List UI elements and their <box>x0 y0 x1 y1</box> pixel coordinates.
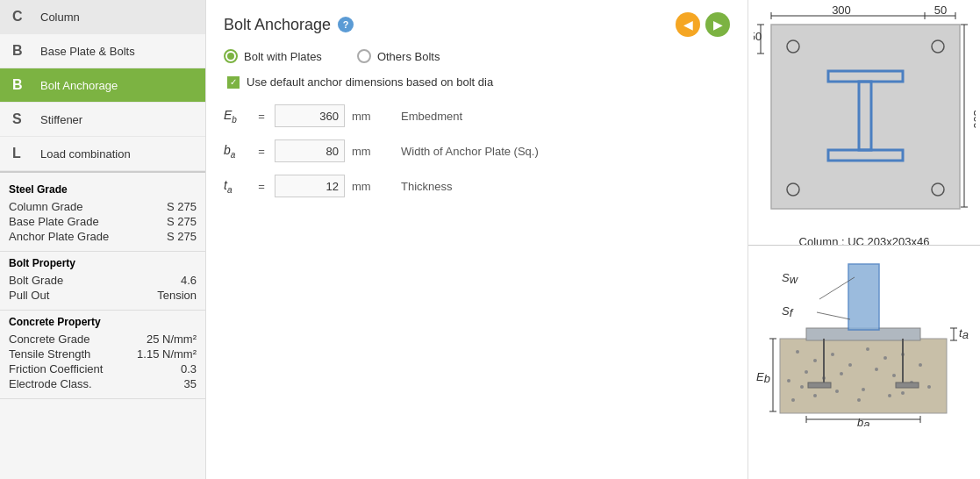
svg-point-37 <box>835 390 839 393</box>
radio-others-bolts[interactable]: Others Bolts <box>357 49 440 63</box>
svg-point-44 <box>919 363 922 367</box>
sidebar-label-baseplate: Base Plate & Bolts <box>40 45 135 58</box>
unit-ba: mm <box>352 145 396 158</box>
desc-ba: Width of Anchor Plate (Sq.) <box>401 145 539 158</box>
prop-val-anchorplate-grade: S 275 <box>167 230 197 243</box>
svg-point-29 <box>883 356 887 360</box>
radio-bolt-with-plates[interactable]: Bolt with Plates <box>224 49 322 63</box>
sidebar-item-boltanchorage[interactable]: B Bolt Anchorage <box>0 68 205 103</box>
page-header: Bolt Anchorage ? ◀ ▶ <box>224 12 730 37</box>
svg-point-33 <box>840 372 843 375</box>
field-ba: ba = mm Width of Anchor Plate (Sq.) <box>224 139 730 162</box>
field-ta: ta = mm Thickness <box>224 175 730 197</box>
radio-circle-others <box>357 49 371 63</box>
svg-text:ba: ba <box>857 416 869 426</box>
prop-val-friction: 0.3 <box>181 362 197 375</box>
sidebar-label-stiffener: Stiffener <box>40 113 82 126</box>
desc-eb: Embedment <box>401 110 462 123</box>
prop-label-baseplate-grade: Base Plate Grade <box>9 215 99 228</box>
prop-val-electrode: 35 <box>184 377 197 390</box>
svg-point-46 <box>791 398 795 402</box>
next-button[interactable]: ▶ <box>705 12 730 37</box>
svg-text:Sf: Sf <box>782 304 794 319</box>
prop-row-anchorplate-grade: Anchor Plate Grade S 275 <box>9 229 197 244</box>
svg-text:300: 300 <box>832 5 851 17</box>
prop-label-electrode: Electrode Class. <box>9 377 92 390</box>
svg-text:ta: ta <box>959 326 969 341</box>
steel-grade-section: Steel Grade Column Grade S 275 Base Plat… <box>0 178 205 252</box>
svg-point-28 <box>866 347 869 351</box>
svg-rect-49 <box>848 264 879 330</box>
sidebar-letter-s: S <box>12 111 32 127</box>
default-anchor-checkbox[interactable]: ✓ <box>227 76 240 89</box>
field-eb: Eb = mm Embedment <box>224 104 730 127</box>
desc-ta: Thickness <box>401 180 453 193</box>
bolt-property-title: Bolt Property <box>9 257 197 269</box>
svg-point-31 <box>805 370 808 374</box>
concrete-property-title: Concrete Property <box>9 316 197 328</box>
sidebar-item-stiffener[interactable]: S Stiffener <box>0 103 205 137</box>
sidebar: C Column B Base Plate & Bolts B Bolt Anc… <box>0 0 206 479</box>
bolt-property-section: Bolt Property Bolt Grade 4.6 Pull Out Te… <box>0 252 205 311</box>
svg-text:Sw: Sw <box>782 271 799 286</box>
svg-line-58 <box>817 312 850 319</box>
checkbox-row: ✓ Use default anchor dimensions based on… <box>227 75 730 89</box>
prop-val-bolt-grade: 4.6 <box>181 274 197 287</box>
svg-point-45 <box>927 385 931 389</box>
checkbox-label: Use default anchor dimensions based on b… <box>247 75 493 89</box>
svg-rect-55 <box>896 382 919 388</box>
svg-point-39 <box>888 394 891 397</box>
unit-eb: mm <box>352 110 396 123</box>
input-ta[interactable] <box>275 175 345 197</box>
main-content: Bolt Anchorage ? ◀ ▶ Bolt with Plates Ot… <box>206 0 748 479</box>
prop-row-baseplate-grade: Base Plate Grade S 275 <box>9 214 197 229</box>
radio-circle-bolt-plates <box>224 49 238 63</box>
input-ba[interactable] <box>275 139 345 162</box>
equals-eb: = <box>248 110 275 123</box>
svg-rect-15 <box>771 25 960 209</box>
prop-val-tensile-strength: 1.15 N/mm² <box>137 347 197 361</box>
svg-rect-23 <box>780 339 947 413</box>
prop-val-baseplate-grade: S 275 <box>167 215 197 228</box>
steel-grade-title: Steel Grade <box>9 183 197 196</box>
diagram-bottom: Sw Sf Eb ta ba <box>748 246 980 479</box>
prop-val-pullout: Tension <box>157 289 197 302</box>
sidebar-item-column[interactable]: C Column <box>0 0 205 34</box>
prop-label-friction: Friction Coefficient <box>9 362 103 375</box>
svg-point-35 <box>892 374 896 377</box>
prop-row-electrode: Electrode Class. 35 <box>9 376 197 391</box>
input-eb[interactable] <box>275 104 345 127</box>
prop-label-concrete-grade: Concrete Grade <box>9 332 90 346</box>
param-label-ba: ba <box>224 143 248 160</box>
prop-label-bolt-grade: Bolt Grade <box>9 274 63 287</box>
prop-row-bolt-grade: Bolt Grade 4.6 <box>9 273 197 288</box>
param-label-eb: Eb <box>224 108 248 125</box>
svg-point-27 <box>848 363 852 367</box>
top-diagram-caption1: Column : UC 203x203x46 Base Plate : 400x… <box>754 235 975 246</box>
radio-label-others: Others Bolts <box>377 50 440 63</box>
sidebar-letter-l: L <box>12 146 32 161</box>
prop-label-pullout: Pull Out <box>9 289 49 302</box>
svg-point-26 <box>831 353 834 356</box>
radio-group: Bolt with Plates Others Bolts <box>224 49 730 63</box>
sidebar-item-loadcombination[interactable]: L Load combination <box>0 137 205 171</box>
sidebar-letter-b1: B <box>12 43 32 59</box>
sidebar-item-baseplate[interactable]: B Base Plate & Bolts <box>0 34 205 68</box>
prev-button[interactable]: ◀ <box>676 12 700 37</box>
prop-row-tensile-strength: Tensile Strength 1.15 N/mm² <box>9 347 197 361</box>
right-panel: 300 50 300 50 <box>748 0 980 479</box>
page-title-row: Bolt Anchorage ? <box>224 16 354 34</box>
help-icon[interactable]: ? <box>338 17 354 32</box>
sidebar-label-boltanchorage: Bolt Anchorage <box>40 79 118 92</box>
bottom-diagram-svg: Sw Sf Eb ta ba <box>754 251 976 426</box>
param-label-ta: ta <box>224 178 248 195</box>
equals-ba: = <box>248 145 275 158</box>
concrete-property-section: Concrete Property Concrete Grade 25 N/mm… <box>0 311 205 399</box>
sidebar-letter-c: C <box>12 9 32 25</box>
svg-point-42 <box>813 394 817 397</box>
svg-point-25 <box>813 359 817 362</box>
svg-point-34 <box>875 368 878 371</box>
svg-point-43 <box>787 379 790 382</box>
svg-rect-54 <box>808 382 831 388</box>
sidebar-label-column: Column <box>40 11 80 24</box>
